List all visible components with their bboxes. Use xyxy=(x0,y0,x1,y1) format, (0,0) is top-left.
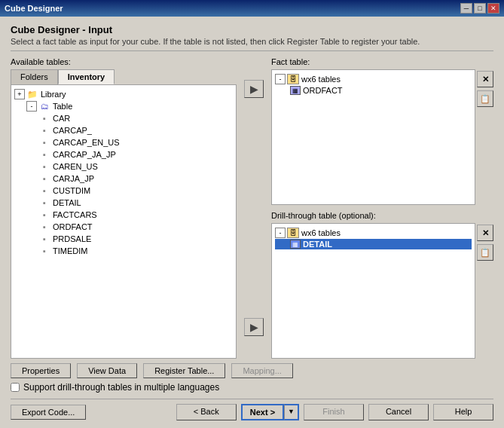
fact-remove-button[interactable]: ✕ xyxy=(477,71,493,87)
main-content: Available tables: Folders Inventory + 📁 … xyxy=(11,57,493,359)
dialog-subtitle: Select a fact table as input for your cu… xyxy=(11,37,493,46)
item-icon-detail: ▪ xyxy=(38,197,50,208)
fact-db-icon: 🗄 xyxy=(287,74,299,84)
available-tables-label: Available tables: xyxy=(11,57,237,66)
cancel-button[interactable]: Cancel xyxy=(368,404,429,420)
fact-table-item[interactable]: ▦ ORDFACT xyxy=(275,85,472,96)
item-icon-caren: ▪ xyxy=(38,161,50,172)
dialog-body: Cube Designer - Input Select a fact tabl… xyxy=(0,17,504,428)
fact-db-item[interactable]: - 🗄 wx6 tables xyxy=(275,73,472,85)
drill-db-toggle[interactable]: - xyxy=(275,228,286,238)
library-toggle[interactable]: + xyxy=(14,89,25,99)
drill-db-item[interactable]: - 🗄 wx6 tables xyxy=(275,227,472,239)
checkbox-row: Support drill-through tables in multiple… xyxy=(11,382,493,393)
help-button[interactable]: Help xyxy=(433,404,493,420)
table-group-toggle[interactable]: - xyxy=(26,101,37,112)
tree-item-car[interactable]: ▪ CAR xyxy=(14,112,233,124)
item-icon-carja: ▪ xyxy=(38,173,50,184)
tree-item-custdim[interactable]: ▪ CUSTDIM xyxy=(14,185,233,197)
bottom-buttons: Properties View Data Register Table... M… xyxy=(11,363,493,378)
footer: Export Code... < Back Next > ▼ Finish Ca… xyxy=(11,399,493,420)
item-icon-factcars: ▪ xyxy=(38,209,50,220)
item-icon-prdsale: ▪ xyxy=(38,234,50,244)
fact-table-icon: ▦ xyxy=(290,86,301,95)
next-split-button: Next > ▼ xyxy=(241,404,299,420)
left-panel: Available tables: Folders Inventory + 📁 … xyxy=(11,57,237,359)
maximize-button[interactable]: □ xyxy=(474,3,486,14)
tree-item-factcars[interactable]: ▪ FACTCARS xyxy=(14,209,233,221)
properties-button[interactable]: Properties xyxy=(11,363,71,378)
view-data-button[interactable]: View Data xyxy=(77,363,137,378)
tree-item-detail[interactable]: ▪ DETAIL xyxy=(14,197,233,209)
close-button[interactable]: ✕ xyxy=(487,3,499,14)
item-label-prdsale: PRDSALE xyxy=(53,234,91,243)
drill-through-label: Drill-through table (optional): xyxy=(271,211,493,220)
drill-table-name: DETAIL xyxy=(303,240,332,249)
tree-item-caren[interactable]: ▪ CAREN_US xyxy=(14,160,233,173)
drill-db-icon: 🗄 xyxy=(287,228,299,238)
item-label-factcars: FACTCARS xyxy=(53,210,97,219)
mapping-button[interactable]: Mapping... xyxy=(231,363,292,378)
tree-library[interactable]: + 📁 Library xyxy=(14,88,233,100)
drill-table-icon: ▦ xyxy=(290,240,301,249)
back-button[interactable]: < Back xyxy=(176,404,237,420)
register-table-button[interactable]: Register Table... xyxy=(143,363,225,378)
item-label-carcap-ja: CARCAP_JA_JP xyxy=(53,150,116,159)
item-label-caren: CAREN_US xyxy=(53,162,98,171)
item-label-detail: DETAIL xyxy=(53,198,81,207)
drill-table-item[interactable]: ▦ DETAIL xyxy=(275,239,472,249)
add-drill-arrow[interactable]: ▶ xyxy=(244,318,264,336)
footer-left: Export Code... xyxy=(11,405,86,420)
fact-paste-button[interactable]: 📋 xyxy=(477,90,493,107)
item-icon-custdim: ▪ xyxy=(38,185,50,196)
item-icon-timedim: ▪ xyxy=(38,246,50,256)
tree-item-carcap-en[interactable]: ▪ CARCAP_EN_US xyxy=(14,136,233,148)
tab-inventory[interactable]: Inventory xyxy=(58,69,115,84)
item-label-carcap: CARCAP_ xyxy=(53,126,92,135)
drill-db-label: wx6 tables xyxy=(301,228,341,237)
drill-through-section: Drill-through table (optional): - 🗄 wx6 … xyxy=(271,211,493,359)
fact-table-content: - 🗄 wx6 tables ▦ ORDFACT ✕ 📋 xyxy=(271,69,493,205)
tree-item-carcap-ja[interactable]: ▪ CARCAP_JA_JP xyxy=(14,148,233,160)
add-fact-arrow[interactable]: ▶ xyxy=(244,80,264,98)
item-icon-carcap-ja: ▪ xyxy=(38,149,50,160)
export-code-button[interactable]: Export Code... xyxy=(11,405,86,420)
item-label-custdim: CUSTDIM xyxy=(53,186,90,195)
item-icon-carcap-en: ▪ xyxy=(38,137,50,148)
fact-table-name: ORDFACT xyxy=(303,86,343,95)
table-group-icon: 🗂 xyxy=(38,101,50,112)
right-panel: Fact table: - 🗄 wx6 tables ▦ ORDFACT xyxy=(271,57,493,359)
available-tables-tree[interactable]: + 📁 Library - 🗂 Table ▪ CAR ▪ CARCAP xyxy=(11,84,237,359)
drill-remove-button[interactable]: ✕ xyxy=(477,225,493,241)
fact-table-section: Fact table: - 🗄 wx6 tables ▦ ORDFACT xyxy=(271,57,493,205)
drill-paste-button[interactable]: 📋 xyxy=(477,244,493,261)
library-folder-icon: 📁 xyxy=(26,89,38,99)
tab-folders[interactable]: Folders xyxy=(11,69,58,84)
tree-item-carcap[interactable]: ▪ CARCAP_ xyxy=(14,124,233,136)
tab-bar: Folders Inventory xyxy=(11,69,237,84)
drill-through-tree[interactable]: - 🗄 wx6 tables ▦ DETAIL xyxy=(271,223,475,359)
middle-panel: ▶ ▶ xyxy=(244,57,264,359)
next-dropdown-button[interactable]: ▼ xyxy=(284,404,299,420)
tree-table-group[interactable]: - 🗂 Table xyxy=(14,100,233,112)
item-label-timedim: TIMEDIM xyxy=(53,246,87,255)
fact-table-tree[interactable]: - 🗄 wx6 tables ▦ ORDFACT xyxy=(271,69,475,205)
minimize-button[interactable]: ─ xyxy=(460,3,472,14)
fact-table-label: Fact table: xyxy=(271,57,493,66)
item-label-car: CAR xyxy=(53,114,70,123)
tree-item-carja[interactable]: ▪ CARJA_JP xyxy=(14,173,233,185)
fact-table-actions: ✕ 📋 xyxy=(477,69,493,205)
next-button[interactable]: Next > xyxy=(241,404,284,420)
title-bar-controls: ─ □ ✕ xyxy=(460,3,499,14)
finish-button[interactable]: Finish xyxy=(304,404,364,420)
tree-item-timedim[interactable]: ▪ TIMEDIM xyxy=(14,245,233,257)
tree-item-ordfact[interactable]: ▪ ORDFACT xyxy=(14,221,233,233)
item-icon-ordfact: ▪ xyxy=(38,222,50,232)
library-label: Library xyxy=(41,90,66,99)
drill-through-checkbox[interactable] xyxy=(11,383,20,392)
title-bar: Cube Designer ─ □ ✕ xyxy=(0,0,504,17)
item-label-carja: CARJA_JP xyxy=(53,174,94,183)
tree-item-prdsale[interactable]: ▪ PRDSALE xyxy=(14,233,233,245)
dialog-header: Cube Designer - Input Select a fact tabl… xyxy=(11,24,493,51)
fact-db-toggle[interactable]: - xyxy=(275,74,286,84)
